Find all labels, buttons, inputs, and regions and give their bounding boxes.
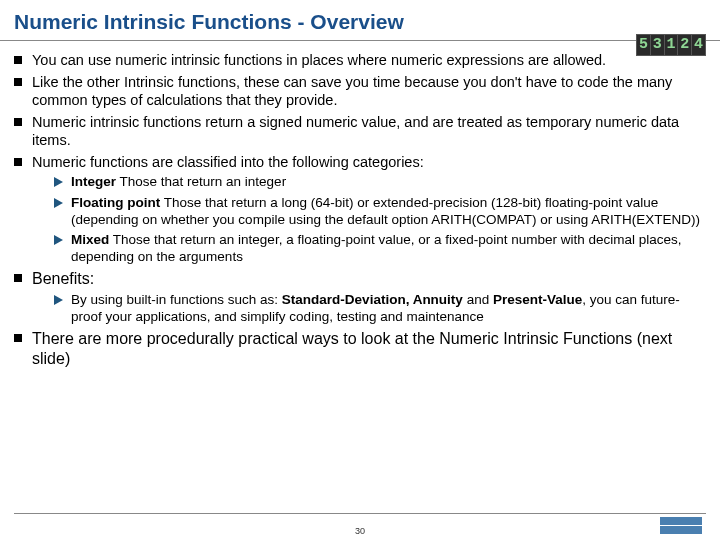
- bullet: Like the other Intrinsic functions, thes…: [14, 73, 706, 110]
- ibm-logo-icon: [660, 517, 702, 534]
- benefits-label: Benefits:: [32, 270, 94, 287]
- category-item: Floating point Those that return a long …: [54, 194, 706, 229]
- footer-divider: [14, 513, 706, 514]
- bullet: Numeric intrinsic functions return a sig…: [14, 113, 706, 150]
- benefit-item: By using built-in functions such as: Sta…: [54, 291, 706, 326]
- bullet: Numeric functions are classified into th…: [14, 153, 706, 266]
- benefit-mid: and: [463, 292, 493, 307]
- benefit-fn: Present-Value: [493, 292, 582, 307]
- slide-title: Numeric Intrinsic Functions - Overview: [0, 0, 720, 41]
- category-list: Integer Those that return an integer Flo…: [32, 173, 706, 265]
- category-desc: Those that return a long (64-bit) or ext…: [71, 195, 700, 227]
- category-item: Mixed Those that return an integer, a fl…: [54, 231, 706, 266]
- category-name: Integer: [71, 174, 116, 189]
- benefits-list: By using built-in functions such as: Sta…: [32, 291, 706, 326]
- bullet: You can use numeric intrinsic functions …: [14, 51, 706, 70]
- page-number: 30: [0, 526, 720, 536]
- bullet-benefits: Benefits: By using built-in functions su…: [14, 269, 706, 326]
- category-item: Integer Those that return an integer: [54, 173, 706, 190]
- bullet-text: Numeric functions are classified into th…: [32, 154, 424, 170]
- bullet-more: There are more procedurally practical wa…: [14, 329, 706, 370]
- category-name: Mixed: [71, 232, 109, 247]
- benefit-fn: Standard-Deviation, Annuity: [282, 292, 463, 307]
- category-desc: Those that return an integer, a floating…: [71, 232, 682, 264]
- benefit-pre: By using built-in functions such as:: [71, 292, 282, 307]
- slide-body: You can use numeric intrinsic functions …: [0, 41, 720, 370]
- category-desc: Those that return an integer: [116, 174, 286, 189]
- main-list: You can use numeric intrinsic functions …: [14, 51, 706, 370]
- category-name: Floating point: [71, 195, 160, 210]
